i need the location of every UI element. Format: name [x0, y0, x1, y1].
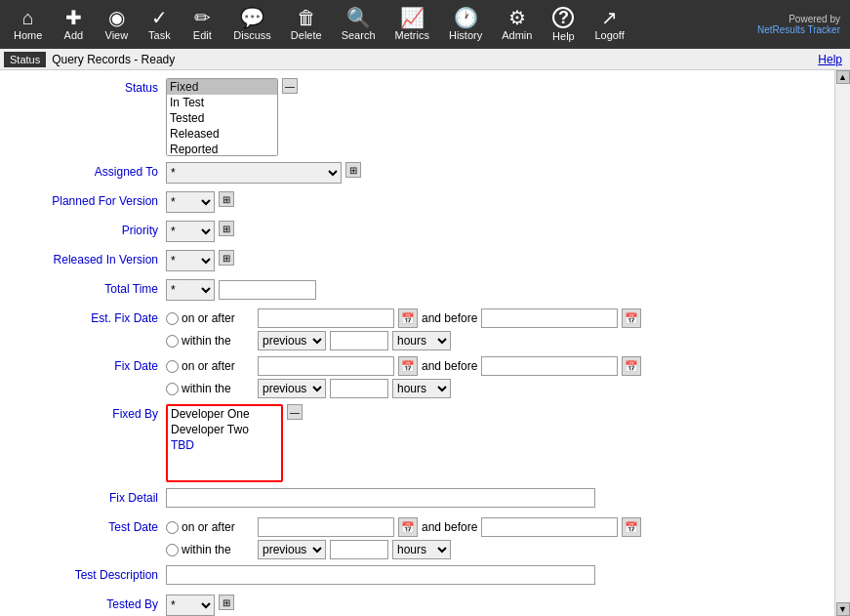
scroll-up-btn[interactable]: ▲ [836, 70, 850, 84]
scrollbar-right[interactable]: ▲ ▼ [834, 70, 850, 616]
nav-discuss[interactable]: 💬 Discuss [223, 4, 281, 45]
fix-date-to-input[interactable] [481, 356, 618, 376]
released-version-row: Released In Version * ⊞ [0, 250, 834, 273]
test-date-and-before-text: and before [422, 520, 477, 534]
nav-home[interactable]: ⌂ Home [4, 4, 52, 45]
help-link[interactable]: Help [818, 53, 842, 66]
test-date-from-input[interactable] [258, 517, 394, 537]
fixed-by-tbd[interactable]: TBD [168, 437, 281, 453]
nav-add-label: Add [64, 29, 84, 41]
nav-discuss-label: Discuss [233, 29, 271, 41]
status-listbox[interactable]: Fixed In Test Tested Released Reported [166, 78, 278, 156]
brand-link[interactable]: NetResults Tracker [757, 24, 840, 35]
est-fix-from-cal-btn[interactable]: 📅 [398, 308, 418, 328]
fixed-by-listbox[interactable]: Developer One Developer Two TBD [166, 404, 283, 482]
est-fix-from-date-input[interactable] [258, 308, 394, 328]
est-fix-on-or-after-radio-label: on or after [166, 311, 254, 325]
nav-search[interactable]: 🔍 Search [332, 4, 385, 45]
est-fix-hours-input[interactable] [330, 331, 388, 350]
nav-task[interactable]: ✓ Task [138, 4, 181, 45]
fix-date-within-radio[interactable] [166, 383, 179, 395]
fixed-by-control: Developer One Developer Two TBD — [166, 404, 834, 482]
fix-date-from-cal-btn[interactable]: 📅 [398, 356, 418, 376]
assigned-to-expand-btn[interactable]: ⊞ [345, 162, 361, 178]
test-date-to-input[interactable] [481, 517, 618, 537]
status-option-released[interactable]: Released [167, 126, 277, 142]
test-date-hours-select[interactable]: hours [392, 540, 451, 559]
nav-delete[interactable]: 🗑 Delete [281, 4, 332, 45]
nav-add[interactable]: ✚ Add [52, 4, 95, 45]
est-fix-date-label: Est. Fix Date [0, 308, 166, 325]
test-date-within-radio[interactable] [166, 544, 179, 556]
home-icon: ⌂ [22, 8, 34, 27]
fix-detail-input[interactable] [166, 488, 595, 508]
nav-search-label: Search [342, 29, 376, 41]
fix-date-from-input[interactable] [258, 356, 394, 376]
status-option-fixed[interactable]: Fixed [167, 79, 277, 95]
nav-edit[interactable]: ✏ Edit [181, 4, 223, 45]
fix-date-on-or-after-radio[interactable] [166, 360, 179, 373]
total-time-operator-select[interactable]: * [166, 279, 215, 301]
status-option-tested[interactable]: Tested [167, 110, 277, 126]
fixed-by-dev1[interactable]: Developer One [168, 406, 281, 422]
test-description-input[interactable] [166, 565, 595, 585]
nav-logoff[interactable]: ↗ Logoff [585, 4, 633, 45]
nav-metrics[interactable]: 📈 Metrics [385, 4, 439, 45]
test-date-previous-select[interactable]: previous [258, 540, 326, 559]
test-date-to-cal-btn[interactable]: 📅 [622, 517, 641, 537]
fixed-by-row: Fixed By Developer One Developer Two TBD… [0, 404, 834, 482]
priority-control: * ⊞ [166, 221, 834, 242]
released-version-expand-btn[interactable]: ⊞ [219, 250, 234, 266]
planned-version-select[interactable]: * [166, 191, 215, 213]
est-fix-to-date-input[interactable] [481, 308, 618, 328]
status-collapse-btn[interactable]: — [282, 78, 298, 94]
est-fix-previous-select[interactable]: previous [258, 331, 326, 350]
test-date-hours-input[interactable] [330, 540, 388, 559]
fix-date-hours-input[interactable] [330, 379, 388, 398]
test-date-on-or-after-radio[interactable] [166, 521, 179, 534]
fix-date-within-radio-label: within the [166, 382, 254, 395]
status-option-reported[interactable]: Reported [167, 142, 277, 156]
fixed-by-collapse-btn[interactable]: — [287, 404, 303, 420]
nav-admin[interactable]: ⚙ Admin [492, 4, 542, 45]
released-version-select[interactable]: * [166, 250, 215, 271]
nav-help[interactable]: ? Help [542, 3, 585, 46]
test-date-from-cal-btn[interactable]: 📅 [398, 517, 418, 537]
nav-view[interactable]: ◉ View [95, 4, 138, 45]
test-date-on-or-after-text: on or after [182, 520, 235, 534]
total-time-row: Total Time * [0, 279, 834, 303]
logoff-icon: ↗ [601, 8, 618, 27]
fix-date-hours-select[interactable]: hours [392, 379, 451, 398]
scroll-down-btn[interactable]: ▼ [836, 602, 850, 616]
priority-expand-btn[interactable]: ⊞ [219, 221, 234, 236]
est-fix-on-or-after-radio[interactable] [166, 312, 179, 325]
est-fix-and-before-text: and before [422, 311, 477, 325]
planned-version-expand-btn[interactable]: ⊞ [219, 191, 234, 207]
fixed-by-dev2[interactable]: Developer Two [168, 422, 281, 437]
est-fix-date-subrow2: within the previous hours [166, 331, 641, 350]
assigned-to-select[interactable]: * [166, 162, 342, 184]
fix-date-previous-select[interactable]: previous [258, 379, 326, 398]
est-fix-within-radio[interactable] [166, 335, 179, 348]
nav-view-label: View [105, 29, 129, 41]
tested-by-control: * ⊞ [166, 595, 834, 616]
tested-by-expand-btn[interactable]: ⊞ [219, 595, 234, 610]
fix-detail-control [166, 488, 834, 508]
nav-edit-label: Edit [193, 29, 212, 41]
total-time-input[interactable] [219, 280, 316, 300]
fix-date-and-before-text: and before [422, 359, 477, 373]
priority-select[interactable]: * [166, 221, 215, 242]
fix-date-to-cal-btn[interactable]: 📅 [622, 356, 641, 376]
status-option-intest[interactable]: In Test [167, 95, 277, 110]
priority-label: Priority [0, 221, 166, 237]
tested-by-row: Tested By * ⊞ [0, 595, 834, 616]
brand-area: Powered by NetResults Tracker [757, 14, 846, 35]
navbar: ⌂ Home ✚ Add ◉ View ✓ Task ✏ Edit 💬 Disc… [0, 0, 850, 49]
fix-detail-row: Fix Detail [0, 488, 834, 512]
est-fix-to-cal-btn[interactable]: 📅 [622, 308, 641, 328]
content-area: Status Fixed In Test Tested Released Rep… [0, 70, 834, 616]
est-fix-hours-select[interactable]: hours [392, 331, 451, 350]
tested-by-select[interactable]: * [166, 595, 215, 616]
fix-date-label: Fix Date [0, 356, 166, 373]
nav-history[interactable]: 🕐 History [439, 4, 492, 45]
